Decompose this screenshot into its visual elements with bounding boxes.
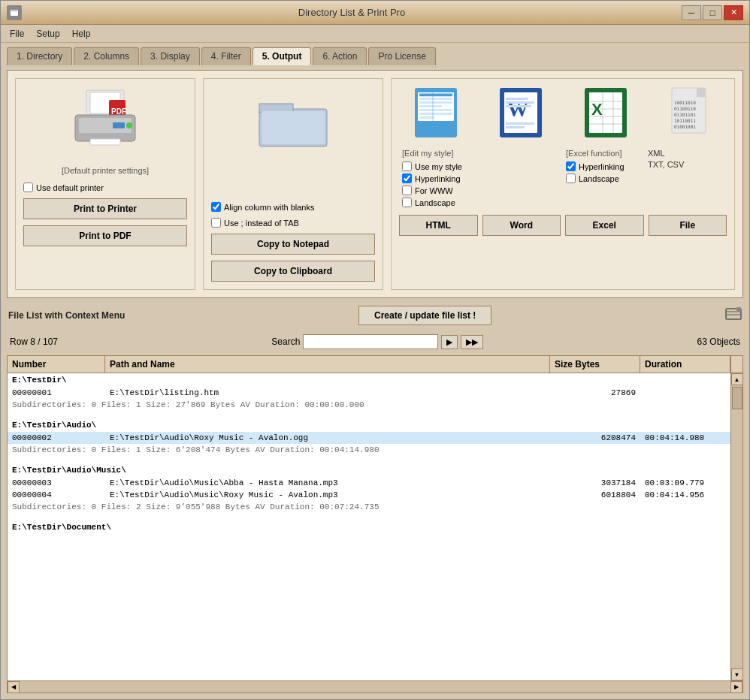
list-item[interactable]: 00000004 E:\TestDir\Audio\Music\Roxy Mus…: [8, 489, 730, 501]
for-www-row: For WWW: [402, 186, 478, 195]
excel-landscape-checkbox[interactable]: [566, 173, 576, 183]
file-duration: [640, 388, 730, 398]
file-list-body-area: E:\TestDir\ 00000001 E:\TestDir\listing.…: [8, 373, 742, 680]
scroll-thumb[interactable]: [732, 387, 742, 409]
excel-button[interactable]: Excel: [565, 215, 644, 236]
notepad-section: Align column with blanks Use ; instead o…: [203, 78, 383, 290]
print-to-pdf-button[interactable]: Print to PDF: [23, 225, 187, 246]
col-size: Size Bytes: [550, 356, 640, 373]
tab-filter[interactable]: 4. Filter: [201, 47, 251, 65]
list-item: E:\TestDir\Document\: [8, 520, 730, 534]
col-duration: Duration: [640, 356, 730, 373]
search-next-button[interactable]: ▶: [441, 335, 458, 349]
use-semicolon-checkbox[interactable]: [211, 218, 221, 228]
copy-to-clipboard-button[interactable]: Copy to Clipboard: [211, 261, 375, 282]
word-button[interactable]: Word: [482, 215, 561, 236]
align-cols-label: Align column with blanks: [224, 203, 314, 212]
file-button[interactable]: File: [649, 215, 727, 236]
menu-bar: File Setup Help: [1, 25, 749, 43]
excel-function-label: [Excel function]: [566, 149, 642, 158]
svg-rect-30: [506, 98, 528, 100]
html-hyperlinking-label: Hyperlinking: [415, 174, 461, 183]
export-section: W: [391, 78, 735, 290]
list-item[interactable]: 00000001 E:\TestDir\listing.htm 27869: [8, 387, 730, 399]
svg-rect-21: [419, 109, 452, 111]
for-www-checkbox[interactable]: [402, 186, 412, 195]
svg-text:01101101: 01101101: [674, 112, 696, 117]
excel-hyperlinking-row: Hyperlinking: [566, 161, 642, 171]
h-scroll-track: [20, 681, 730, 692]
print-settings-text: [Default printer settings]: [62, 166, 149, 175]
use-my-style-label: Use my style: [415, 162, 462, 171]
use-my-style-checkbox[interactable]: [402, 161, 412, 171]
tab-pro-license[interactable]: Pro License: [368, 47, 435, 65]
use-semicolon-row: Use ; instead of TAB: [211, 218, 375, 228]
svg-text:10110011: 10110011: [674, 118, 696, 123]
menu-setup[interactable]: Setup: [30, 27, 65, 41]
file-list-container: Number Path and Name Size Bytes Duration…: [7, 355, 743, 693]
use-default-printer-row: Use default printer: [23, 183, 187, 192]
svg-rect-55: [736, 307, 741, 312]
tab-action[interactable]: 6. Action: [313, 47, 367, 65]
minimize-button[interactable]: ─: [682, 5, 701, 20]
objects-count: 63 Objects: [697, 336, 740, 347]
print-to-printer-button[interactable]: Print to Printer: [23, 198, 187, 219]
create-update-button[interactable]: Create / update file list !: [358, 306, 491, 325]
close-button[interactable]: ✕: [724, 5, 743, 20]
list-item[interactable]: 00000003 E:\TestDir\Audio\Music\Abba - H…: [8, 477, 730, 489]
search-input[interactable]: [303, 334, 438, 349]
menu-file[interactable]: File: [4, 27, 30, 41]
file-list-title: File List with Context Menu: [8, 310, 125, 321]
align-cols-row: Align column with blanks: [211, 202, 375, 212]
list-item[interactable]: 00000002 E:\TestDir\Audio\Roxy Music - A…: [8, 432, 730, 444]
search-row: Search ▶ ▶▶: [271, 334, 483, 349]
svg-rect-22: [419, 113, 452, 115]
svg-rect-19: [419, 101, 452, 104]
scroll-up-button[interactable]: ▲: [731, 373, 743, 385]
scroll-down-button[interactable]: ▼: [731, 668, 743, 680]
tab-output[interactable]: 5. Output: [253, 47, 312, 65]
file-number: 00000002: [8, 433, 105, 443]
file-list-body[interactable]: E:\TestDir\ 00000001 E:\TestDir\listing.…: [8, 373, 730, 680]
html-hyperlinking-checkbox[interactable]: [402, 173, 412, 183]
row-info-bar: Row 8 / 107 Search ▶ ▶▶ 63 Objects: [7, 333, 743, 351]
svg-rect-46: [697, 88, 706, 97]
menu-help[interactable]: Help: [66, 27, 97, 41]
svg-rect-34: [506, 126, 525, 128]
tab-directory[interactable]: 1. Directory: [7, 47, 72, 65]
svg-rect-32: [506, 105, 531, 107]
html-button[interactable]: HTML: [399, 215, 478, 236]
context-menu-icon[interactable]: [725, 307, 742, 324]
excel-hyperlinking-checkbox[interactable]: [566, 161, 576, 171]
tab-display[interactable]: 3. Display: [141, 47, 200, 65]
tabs-area: 1. Directory 2. Columns 3. Display 4. Fi…: [1, 43, 749, 65]
use-default-printer-checkbox[interactable]: [23, 183, 33, 192]
window-controls: ─ □ ✕: [682, 5, 743, 20]
word-export-block: W: [484, 86, 557, 141]
svg-text:W: W: [507, 98, 528, 121]
main-window: Directory List & Print Pro ─ □ ✕ File Se…: [0, 0, 750, 700]
window-title: Directory List & Print Pro: [22, 7, 682, 18]
copy-to-notepad-button[interactable]: Copy to Notepad: [211, 234, 375, 255]
html-landscape-checkbox[interactable]: [402, 198, 412, 207]
tab-columns[interactable]: 2. Columns: [74, 47, 139, 65]
word-icon: W: [498, 86, 543, 141]
scroll-left-button[interactable]: ◀: [8, 681, 20, 693]
excel-hyperlinking-label: Hyperlinking: [579, 162, 624, 171]
scroll-right-button[interactable]: ▶: [730, 681, 742, 693]
svg-text:01001001: 01001001: [674, 124, 696, 129]
horizontal-scrollbar[interactable]: ◀ ▶: [8, 680, 742, 692]
excel-export-block: X: [569, 86, 642, 141]
file-list-header: File List with Context Menu Create / upd…: [7, 303, 743, 328]
file-path: E:\TestDir\Audio\Music\Abba - Hasta Mana…: [105, 478, 550, 488]
col-path: Path and Name: [105, 356, 550, 373]
file-path: E:\TestDir\listing.htm: [105, 388, 550, 398]
vertical-scrollbar[interactable]: ▲ ▼: [730, 373, 742, 680]
align-cols-checkbox[interactable]: [211, 202, 221, 212]
search-all-button[interactable]: ▶▶: [461, 335, 483, 349]
maximize-button[interactable]: □: [703, 5, 722, 20]
print-section: PDF [Default printer settings] Use defau…: [15, 78, 195, 290]
html-hyperlinking-row: Hyperlinking: [402, 173, 478, 183]
svg-text:PDF: PDF: [111, 107, 126, 116]
file-duration: 00:03:09.779: [640, 478, 730, 488]
